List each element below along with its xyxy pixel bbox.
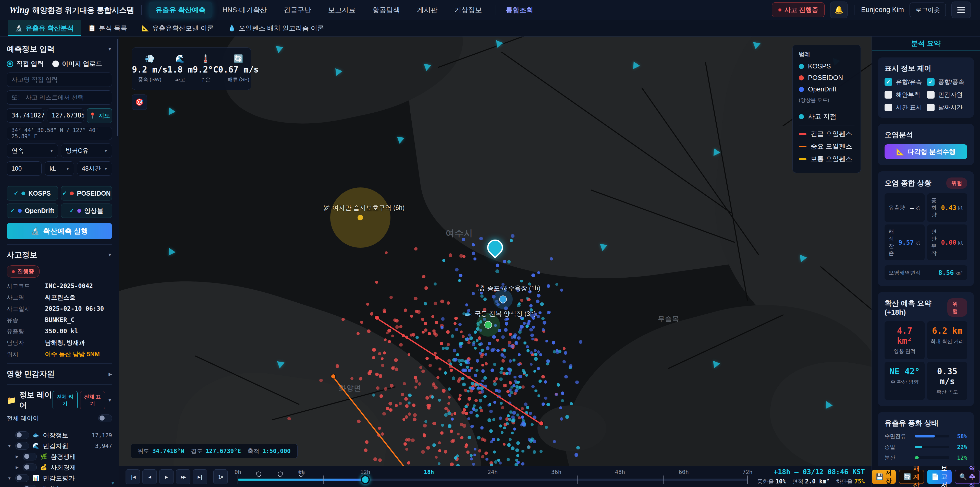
model-chip-OpenDrift[interactable]: ✓OpenDrift bbox=[6, 204, 58, 218]
logout-button[interactable]: 로그아웃 bbox=[910, 3, 946, 18]
fast-forward-button[interactable]: ▶▶ bbox=[176, 469, 190, 484]
fence-deploy-shield-icon[interactable] bbox=[256, 471, 261, 478]
model-chip-앙상블[interactable]: ✓앙상블 bbox=[61, 204, 112, 218]
layer-toggle[interactable] bbox=[23, 463, 37, 471]
action-button-재계산[interactable]: 🔄재계산 bbox=[899, 469, 924, 484]
layer-toggle[interactable] bbox=[15, 431, 29, 439]
oil-particle bbox=[470, 425, 474, 428]
model-chip-POSEIDON[interactable]: ✓POSEIDON bbox=[61, 186, 112, 200]
fence-endpoint[interactable] bbox=[331, 374, 335, 378]
collapse-icon[interactable]: ▼ bbox=[6, 476, 12, 481]
nav-item-6[interactable]: 기상정보 bbox=[448, 2, 488, 18]
fence-endpoint[interactable] bbox=[375, 316, 379, 320]
oil-particle bbox=[507, 443, 511, 447]
play-button[interactable]: ▶ bbox=[159, 469, 173, 484]
run-prediction-button[interactable]: 🔬 확산예측 실행 bbox=[6, 223, 112, 239]
display-option-날짜시간[interactable]: 날짜시간 bbox=[927, 104, 967, 112]
oil-particle bbox=[441, 317, 445, 321]
fence-endpoint[interactable] bbox=[539, 422, 543, 425]
latitude-input[interactable]: 34.7418271295 bbox=[6, 108, 44, 123]
action-button-보고서[interactable]: 📄보고서 bbox=[927, 469, 951, 484]
layer-toggle[interactable] bbox=[15, 442, 29, 450]
display-option-풍향/풍속[interactable]: ✓풍향/풍속 bbox=[927, 78, 967, 86]
display-option-해안부착[interactable]: 해안부착 bbox=[885, 91, 925, 99]
expand-icon[interactable]: ▶ bbox=[14, 454, 20, 459]
timeline[interactable]: 0h6h12h18h24h36h48h60h72h bbox=[238, 466, 748, 487]
incident-row-key: 유종 bbox=[6, 316, 45, 324]
spill-type-select[interactable]: 연속 bbox=[6, 144, 58, 158]
collapse-icon[interactable]: ▼ bbox=[6, 444, 12, 448]
notifications-button[interactable]: 🔔 bbox=[830, 2, 848, 18]
skip-end-button[interactable]: ▶| bbox=[193, 469, 207, 484]
fence-deploy-shield-icon[interactable] bbox=[278, 471, 283, 478]
nav-item-0[interactable]: 유출유 확산예측 bbox=[149, 2, 212, 18]
legend-ensemble-note: (앙상블 모드) bbox=[799, 97, 854, 104]
incident-list-select[interactable]: 또는 사고 리스트에서 선택 bbox=[6, 90, 112, 105]
oil-type-select[interactable]: 벙커C유 bbox=[61, 144, 112, 158]
recenter-target-button[interactable]: 🎯 bbox=[132, 94, 147, 110]
weather-metric-2: 🌡️9.2°C수온 bbox=[192, 54, 218, 83]
display-option-유향/유속[interactable]: ✓유향/유속 bbox=[885, 78, 925, 86]
polygon-analysis-button[interactable]: 📐 다각형 분석수행 bbox=[885, 144, 967, 159]
pick-on-map-button[interactable]: 📍 지도 bbox=[87, 108, 112, 123]
poi-marker-0[interactable] bbox=[499, 295, 507, 303]
menu-button[interactable] bbox=[951, 2, 971, 18]
tab-0[interactable]: 🔬유출유 확산분석 bbox=[8, 20, 81, 36]
legend-label: KOSPS bbox=[808, 62, 831, 70]
oil-particle bbox=[478, 449, 482, 452]
oil-particle bbox=[563, 347, 566, 350]
action-button-역추적[interactable]: 🔍역추적 bbox=[955, 469, 980, 484]
collapse-icon[interactable]: ▼ bbox=[107, 252, 112, 258]
oil-particle bbox=[447, 402, 450, 405]
nav-item-4[interactable]: 항공탐색 bbox=[366, 2, 407, 18]
duration-select[interactable]: 48시간 bbox=[77, 161, 112, 176]
master-layer-toggle[interactable] bbox=[98, 415, 112, 422]
action-button-저장[interactable]: 💾저장 bbox=[872, 469, 896, 484]
map-canvas[interactable]: 여수시화양면무슬목 🕊여자만 습지보호구역 (6h)🏖종포 해수욕장 (1h)🐟… bbox=[119, 36, 872, 466]
skip-start-button[interactable]: |◀ bbox=[126, 469, 140, 484]
oil-particle bbox=[538, 311, 542, 315]
sidebar-scrollbar[interactable] bbox=[117, 39, 118, 136]
nav-item-3[interactable]: 보고자료 bbox=[321, 2, 362, 18]
stat-value: 8.56km² bbox=[939, 269, 963, 276]
fence-deploy-shield-icon[interactable] bbox=[299, 471, 304, 478]
speed-button[interactable]: 1× bbox=[213, 469, 228, 484]
expand-icon[interactable]: ▶ bbox=[14, 465, 20, 469]
radio-image-upload[interactable]: 이미지 업로드 bbox=[52, 59, 102, 68]
layer-toggle[interactable] bbox=[23, 453, 37, 460]
collapse-icon[interactable]: ▼ bbox=[107, 398, 112, 403]
unit-select[interactable]: kL bbox=[45, 161, 74, 176]
timeline-progress-fill bbox=[238, 479, 365, 481]
layer-toggle[interactable] bbox=[15, 474, 29, 482]
longitude-input[interactable]: 127.673856994 bbox=[47, 108, 84, 123]
layer-toggle[interactable] bbox=[23, 485, 37, 487]
oil-particle bbox=[557, 383, 560, 386]
tab-2[interactable]: 📐유출유확산모델 이론 bbox=[134, 20, 221, 36]
collapse-icon[interactable]: ▼ bbox=[107, 46, 112, 52]
legend-line-icon bbox=[799, 133, 807, 135]
incident-name-input[interactable]: 사고명 직접 입력 bbox=[6, 72, 112, 87]
legend-label: OpenDrift bbox=[808, 85, 836, 93]
oil-particle bbox=[501, 335, 505, 339]
oil-particle bbox=[458, 394, 462, 397]
scroll-down-icon[interactable]: ▼ bbox=[110, 481, 115, 486]
nav-item-portal[interactable]: 통합조회 bbox=[503, 2, 536, 18]
nav-item-2[interactable]: 긴급구난 bbox=[277, 2, 318, 18]
step-back-button[interactable]: ◀ bbox=[142, 469, 157, 484]
nav-item-5[interactable]: 게시판 bbox=[410, 2, 444, 18]
display-option-시간 표시[interactable]: 시간 표시 bbox=[885, 104, 925, 112]
nav-item-1[interactable]: HNS·대기확산 bbox=[216, 2, 273, 18]
model-chip-KOSPS[interactable]: ✓KOSPS bbox=[6, 186, 58, 200]
incident-detail-list: 사고코드INC-2025-0042사고명씨프린스호사고일시2025-02-10 … bbox=[6, 282, 112, 358]
radio-direct-input[interactable]: 직접 입력 bbox=[6, 59, 44, 68]
timeline-thumb[interactable] bbox=[361, 475, 370, 484]
tab-3[interactable]: 💧오일펜스 배치 알고리즘 이론 bbox=[221, 20, 331, 36]
oil-particle bbox=[546, 340, 548, 342]
tab-1[interactable]: 📋분석 목록 bbox=[81, 20, 134, 36]
expand-icon[interactable]: ▶ bbox=[108, 371, 112, 377]
display-option-민감자원[interactable]: 민감자원 bbox=[927, 91, 967, 99]
poi-marker-1[interactable] bbox=[484, 321, 492, 329]
layers-all-off-button[interactable]: 전체 끄기 bbox=[80, 391, 105, 409]
amount-input[interactable]: 100 bbox=[6, 161, 41, 176]
layers-all-on-button[interactable]: 전체 켜기 bbox=[52, 391, 78, 409]
